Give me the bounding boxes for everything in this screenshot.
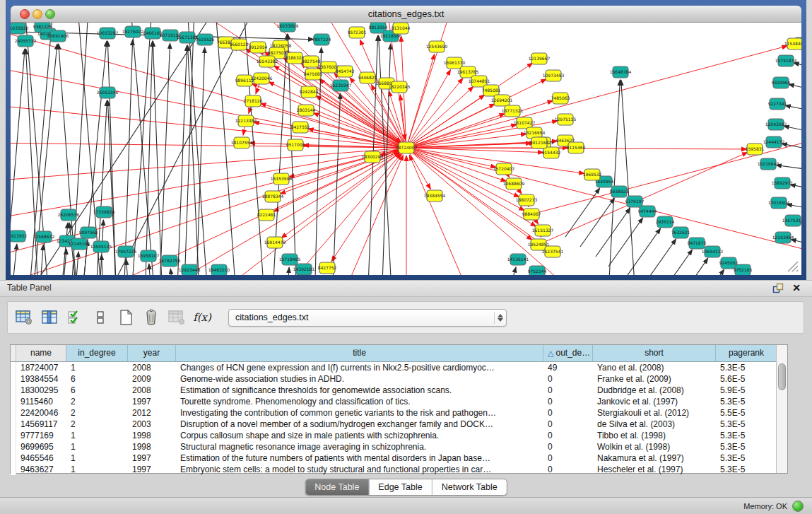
cell-year[interactable]: 2008 xyxy=(128,385,176,396)
cell-out_degree[interactable]: 0 xyxy=(543,373,593,385)
tab-node-table[interactable]: Node Table xyxy=(305,479,368,495)
graph-edge[interactable] xyxy=(794,63,801,72)
graph-edge[interactable] xyxy=(280,148,406,194)
graph-node[interactable]: 15353594 xyxy=(271,173,293,185)
cell-year[interactable]: 1997 xyxy=(128,464,176,475)
table-row[interactable]: 977716911998Corpus callosum shape and si… xyxy=(11,430,787,441)
column-header-in_degree[interactable]: in_degree xyxy=(66,345,128,361)
graph-node[interactable]: 11568632 xyxy=(33,231,55,243)
import-table-icon[interactable] xyxy=(166,307,187,328)
graph-node[interactable]: 6379197 xyxy=(625,196,645,207)
cell-out_degree[interactable]: 0 xyxy=(543,407,593,419)
graph-node[interactable]: 8938923 xyxy=(610,186,629,197)
graph-node[interactable]: 26206536 xyxy=(58,209,80,221)
cell-out_degree[interactable]: 0 xyxy=(543,419,593,430)
cell-short[interactable]: Dudbridge et al. (2008) xyxy=(593,385,716,396)
graph-edge[interactable] xyxy=(673,258,708,275)
graph-node[interactable]: 15720407 xyxy=(493,163,515,175)
cell-title[interactable]: Estimation of the future numbers of pati… xyxy=(176,452,543,464)
cell-short[interactable]: Stergiakouli et al. (2012) xyxy=(593,407,716,419)
graph-node[interactable]: 12543690 xyxy=(426,41,448,52)
cell-short[interactable]: Yano et al. (2008) xyxy=(593,362,716,373)
tab-edge-table[interactable]: Edge Table xyxy=(368,479,431,495)
graph-node[interactable]: 18107554 xyxy=(231,137,253,148)
graph-node[interactable]: 1969532 xyxy=(583,169,602,180)
graph-node[interactable]: 9227341 xyxy=(768,98,787,110)
graph-edge[interactable] xyxy=(60,223,68,275)
graph-node[interactable]: 9242844 xyxy=(300,86,319,98)
cell-short[interactable]: Tibbo et al. (1998) xyxy=(593,430,716,441)
graph-hub-node[interactable]: 18724007 xyxy=(396,142,418,153)
graph-node[interactable]: 12139667 xyxy=(529,53,551,64)
graph-node[interactable]: 7632621 xyxy=(671,227,690,238)
cell-pagerank[interactable]: 5.3E-5 xyxy=(716,419,777,430)
graph-node[interactable]: 9012160 xyxy=(530,137,549,148)
cell-pagerank[interactable]: 5.5E-5 xyxy=(716,407,777,419)
cell-pagerank[interactable]: 5.3E-5 xyxy=(716,441,777,452)
cell-pagerank[interactable]: 5.3E-5 xyxy=(716,396,777,407)
close-panel-icon[interactable]: ✕ xyxy=(792,282,801,293)
graph-node[interactable]: 9884067 xyxy=(522,209,541,220)
graph-edge[interactable] xyxy=(406,114,505,148)
table-row[interactable]: 911546021997Tourette syndrome. Phenomeno… xyxy=(11,396,787,407)
graph-node[interactable]: 8222461 xyxy=(257,209,276,221)
cell-title[interactable]: Genome-wide association studies in ADHD. xyxy=(176,373,543,385)
graph-edge[interactable] xyxy=(565,188,600,237)
graph-edge[interactable] xyxy=(785,105,801,115)
cell-name[interactable]: 9699695 xyxy=(16,441,66,452)
create-table-icon[interactable] xyxy=(115,307,136,328)
graph-edge[interactable] xyxy=(406,79,546,148)
graph-node[interactable]: 2803144 xyxy=(297,105,316,116)
cell-title[interactable]: Tourette syndrome. Phenomenology and cla… xyxy=(176,396,543,407)
column-header-out_degree[interactable]: △out_de… xyxy=(543,345,593,361)
column-settings-icon[interactable] xyxy=(39,307,60,328)
graph-edge[interactable] xyxy=(11,244,17,275)
vertical-scrollbar[interactable] xyxy=(776,345,787,473)
cell-short[interactable]: Wolkin et al. (1998) xyxy=(593,441,716,452)
graph-node[interactable]: 8131044 xyxy=(392,23,411,34)
graph-node[interactable]: 13505135 xyxy=(90,241,112,252)
cell-short[interactable]: Nakamura et al. (1997) xyxy=(593,452,716,464)
graph-node[interactable]: 7485063 xyxy=(551,93,570,104)
graph-node[interactable]: 16033809 xyxy=(277,23,299,32)
graph-node[interactable]: 9752105 xyxy=(734,264,753,275)
graph-node[interactable]: 9517004 xyxy=(286,139,305,151)
cell-name[interactable]: 18300295 xyxy=(16,385,66,396)
graph-node[interactable]: 20691406 xyxy=(47,30,69,42)
cell-pagerank[interactable]: 5.3E-5 xyxy=(716,430,777,441)
cell-name[interactable]: 9465546 xyxy=(16,452,66,464)
graph-edge[interactable] xyxy=(39,245,43,275)
graph-edge[interactable] xyxy=(690,269,724,275)
resize-grip[interactable] xyxy=(788,262,798,271)
cell-name[interactable]: 14569117 xyxy=(16,419,66,430)
graph-node[interactable]: 8427752 xyxy=(318,262,337,274)
graph-node[interactable]: 19384554 xyxy=(424,190,446,201)
graph-edge[interactable] xyxy=(107,41,117,275)
graph-node[interactable]: 16958107 xyxy=(138,250,160,262)
cell-name[interactable]: 9777169 xyxy=(16,430,66,441)
tab-network-table[interactable]: Network Table xyxy=(432,479,507,495)
cell-pagerank[interactable]: 5.3E-5 xyxy=(716,362,777,373)
network-canvas[interactable]: 1103582093812252405571214028150206914061… xyxy=(11,23,801,275)
graph-edge[interactable] xyxy=(776,165,801,173)
graph-edge[interactable] xyxy=(286,267,289,275)
cell-in_degree[interactable]: 2 xyxy=(66,396,128,407)
graph-node[interactable]: 18463210 xyxy=(208,264,230,275)
cell-year[interactable]: 2003 xyxy=(128,419,176,430)
graph-node[interactable]: 12093582 xyxy=(765,119,787,130)
cell-short[interactable]: Jankovic et al. (1997) xyxy=(593,396,716,407)
cell-year[interactable]: 1997 xyxy=(128,452,176,464)
graph-node[interactable]: 22420046 xyxy=(251,73,273,84)
graph-node[interactable]: 26053346 xyxy=(97,87,119,98)
graph-edge[interactable] xyxy=(149,264,152,275)
graph-node[interactable]: 2935114 xyxy=(656,216,675,228)
table-settings-icon[interactable] xyxy=(13,307,35,328)
row-height-icon[interactable] xyxy=(90,307,111,328)
graph-node[interactable]: 17957225 xyxy=(115,246,137,257)
select-rows-icon[interactable] xyxy=(64,307,86,328)
scrollbar-thumb[interactable] xyxy=(778,363,786,390)
cell-in_degree[interactable]: 1 xyxy=(66,452,128,464)
graph-node[interactable]: 14136141 xyxy=(507,254,529,265)
cell-out_degree[interactable]: 0 xyxy=(543,441,593,452)
cell-name[interactable]: 22420046 xyxy=(16,407,66,419)
